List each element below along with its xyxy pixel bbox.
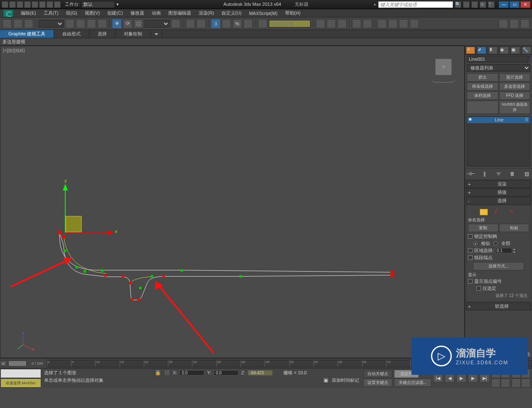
remove-mod-icon[interactable]: 🗑 [509,171,516,177]
close-button[interactable]: ✕ [520,1,530,8]
utilities-tab-icon[interactable]: 🔧 [522,47,531,54]
teapot2-icon[interactable] [510,19,519,28]
display-tab-icon[interactable]: ▣ [511,47,520,54]
menu-modifiers[interactable]: 修改器 [127,9,148,17]
lock-selection-icon[interactable]: 🔒 [155,369,161,376]
move-icon[interactable]: ✥ [112,19,121,28]
btn-volsel[interactable]: 体积选择 [467,91,498,100]
bind-icon[interactable] [24,19,33,28]
pin-stack-icon[interactable]: ⊣⊢ [467,171,474,177]
drop-icon[interactable] [32,1,38,8]
goto-end-icon[interactable]: ▶| [480,374,490,383]
menu-views[interactable]: 视图(V) [81,9,103,17]
render-icon[interactable] [410,19,419,28]
time-slider[interactable] [8,361,27,366]
btn-ffdsel[interactable]: FFD 选择 [499,91,531,100]
tab-selection[interactable]: 选择 [89,30,116,38]
menu-create[interactable]: 创建(C) [104,9,126,17]
iso-icon[interactable] [164,369,170,376]
edit-named-sel-icon[interactable] [258,19,267,28]
tab-freeform[interactable]: 自由形式 [54,30,89,38]
modify-tab-icon[interactable]: ⬈ [477,47,486,54]
align-icon[interactable] [327,19,336,28]
tab-graphite[interactable]: Graphite 建模工具 [0,30,54,38]
only-sel-check[interactable] [476,286,481,291]
z-coord[interactable] [248,370,273,376]
polymodeling-label[interactable]: 多边形建模 [2,39,25,44]
star-icon[interactable]: ☆ [480,1,486,8]
workspace-input[interactable] [81,1,115,8]
motion-tab-icon[interactable]: ◉ [500,47,509,54]
menu-group[interactable]: 组(G) [63,9,81,17]
new-icon[interactable] [2,1,8,8]
add-marker-label[interactable]: 添加时间标记 [332,377,359,383]
segment-subobj-icon[interactable]: ╱ [495,209,503,215]
redo-icon[interactable] [39,1,46,8]
mirror-icon[interactable] [316,19,325,28]
btn-splinesel[interactable]: 样条线选择 [467,82,498,91]
search-icon[interactable]: 🔍 [455,1,461,8]
maxscript-mini-button[interactable] [0,369,41,378]
workspace-chevron-icon[interactable]: ▾ [116,2,119,7]
undo-icon[interactable] [24,1,31,8]
time-tag-icon[interactable]: ▣ [323,377,329,383]
keyfilter-button[interactable]: 关键点过滤器... [394,378,431,387]
menu-customize[interactable]: 自定义(U) [218,9,245,17]
lock-handles-check[interactable] [468,234,473,239]
exchange-icon[interactable] [471,1,478,8]
render-setup-icon[interactable] [388,19,397,28]
viewport-front[interactable]: [+][前][线框] 前 y x [0,46,465,358]
search-input[interactable] [378,1,453,8]
curve-editor-icon[interactable] [352,19,361,28]
create-tab-icon[interactable]: ☀ [466,47,475,54]
btn-nurbssel[interactable]: NURBS 曲面选择 [499,101,531,114]
stack-item-line[interactable]: Line⠿ [467,117,530,123]
autokey-button[interactable]: 自动关键点 [363,370,392,378]
configure-icon[interactable]: ▤ [523,171,530,177]
scale-icon[interactable]: ▢ [134,19,143,28]
vertex-subobj-icon[interactable]: ⠿ [480,209,488,215]
tab-objectpaint[interactable]: 对象绘制 [116,30,151,38]
app-logo-icon[interactable] [3,10,13,17]
menu-help[interactable]: 帮助(H) [282,9,304,17]
area-value[interactable] [495,248,512,253]
drop2-icon[interactable] [47,1,53,8]
menu-rendering[interactable]: 渲染(R) [195,9,217,17]
timeline-toggle-icon[interactable]: < [0,361,7,366]
manip-icon[interactable] [186,19,195,28]
goto-start-icon[interactable]: |◀ [433,374,443,383]
minimize-button[interactable]: — [499,1,509,8]
nav-region-icon[interactable] [512,378,521,388]
unique-icon[interactable]: ⩔ [495,171,502,177]
schematic-icon[interactable] [363,19,372,28]
window-crossing-icon[interactable] [98,19,107,28]
teapot3-icon[interactable] [520,19,530,28]
all-radio[interactable] [493,241,498,246]
btn-polysel[interactable]: 多边形选择 [499,82,531,91]
material-editor-icon[interactable] [377,19,387,28]
open-icon[interactable] [9,1,16,8]
save-icon[interactable] [17,1,23,8]
object-name-input[interactable] [467,56,528,62]
rollout-interp[interactable]: +插值 [466,188,531,196]
key-icon[interactable] [463,1,470,8]
triangle-icon[interactable]: ▸ [374,2,377,7]
area-check[interactable] [468,248,473,253]
nav-minmax-icon[interactable] [521,378,530,388]
select-name-icon[interactable] [76,19,85,28]
ref-coord-system[interactable] [145,20,170,27]
spinner-snap-icon[interactable] [244,19,253,28]
keymode-icon[interactable] [197,19,206,28]
hierarchy-tab-icon[interactable]: ♜ [488,47,498,54]
nav-orbit-icon[interactable] [491,378,500,388]
copy-sel-button[interactable]: 复制 [468,224,498,232]
area-up-icon[interactable]: ▴ [512,248,516,251]
rendered-frame-icon[interactable] [399,19,408,28]
menu-grapheditors[interactable]: 图形编辑器 [165,9,195,17]
unlink-icon[interactable] [13,19,22,28]
select-by-button[interactable]: 选择方式... [473,262,524,270]
menu-maxscript[interactable]: MAXScript(M) [246,10,281,17]
btn-patchsel[interactable]: 面片选择 [499,73,531,82]
alike-radio[interactable] [473,241,478,246]
menu-tools[interactable]: 工具(T) [40,9,62,17]
